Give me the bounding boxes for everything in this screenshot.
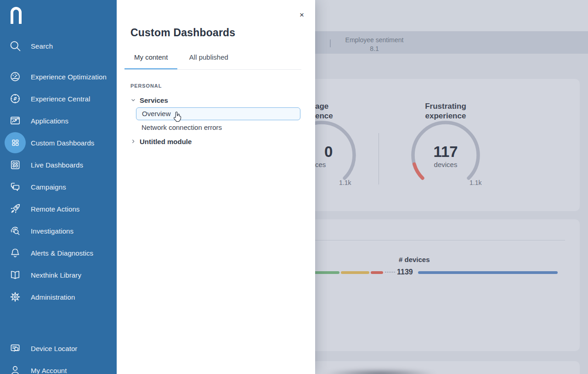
rocket-icon: [9, 203, 21, 215]
chevron-right-icon: [130, 139, 136, 144]
sidebar-item-label: My Account: [31, 367, 67, 374]
gauge-right-value: 117: [400, 143, 492, 161]
sidebar-item-label: Device Locator: [31, 345, 77, 352]
chevron-down-icon: [130, 97, 136, 103]
compass-icon: [9, 93, 21, 105]
gauge-right-title-line1: Frustrating: [400, 101, 492, 111]
tree-module-untitled[interactable]: Untitled module: [130, 136, 192, 147]
gauge-left-title-line1: age: [315, 101, 328, 111]
gauge-left-unit: ces: [315, 161, 326, 168]
person-icon: [9, 364, 21, 374]
panel-title: Custom Dashboards: [130, 27, 235, 39]
gauge-icon: [9, 71, 21, 83]
gauge-left-scale-max: 1.1k: [339, 179, 351, 186]
pointer-hand-cursor: [173, 111, 182, 122]
tree-item-network-connection-errors[interactable]: Network connection errors: [141, 122, 222, 133]
devices-bar: [418, 271, 558, 274]
gauge-left-value: 0: [324, 143, 333, 161]
sidebar-item-label: Remote Actions: [31, 205, 79, 213]
panel-tabs: My content All published: [124, 52, 238, 70]
live-dashboards-icon: [9, 159, 21, 171]
sidebar-item-label: Custom Dashboards: [31, 139, 94, 147]
gauge-section-divider: [379, 133, 379, 184]
bell-icon: [9, 247, 21, 259]
tree-module-label: Untitled module: [140, 138, 192, 145]
sidebar-item-search[interactable]: Search: [0, 35, 117, 56]
sidebar-item-label: Alerts & Diagnostics: [31, 249, 93, 257]
sidebar-item-label: Applications: [31, 117, 68, 125]
sidebar-item-experience-optimization[interactable]: Experience Optimization: [0, 66, 117, 87]
sidebar-item-label: Campaigns: [31, 183, 66, 191]
tab-all-published[interactable]: All published: [180, 52, 238, 70]
devices-column-header: # devices: [399, 256, 430, 263]
app-window: Employee sentiment 8.1 age ence 0 ces 1.…: [0, 0, 588, 374]
employee-sentiment-label: Employee sentiment: [319, 36, 430, 44]
custom-dashboards-drawer: × Custom Dashboards My content All publi…: [117, 0, 315, 374]
gauge-right-unit: devices: [400, 161, 492, 168]
segment-bar-red: [371, 271, 383, 274]
sidebar-item-nexthink-library[interactable]: Nexthink Library: [0, 264, 117, 285]
devices-card-divider: [300, 240, 565, 240]
section-label-personal: PERSONAL: [130, 83, 162, 89]
tabs-divider: [124, 69, 301, 70]
nexthink-logo[interactable]: [10, 6, 23, 25]
speech-bubbles-icon: [9, 181, 21, 193]
devices-card: [291, 219, 580, 351]
tree-item-label: Overview: [142, 108, 171, 120]
bottom-shadow: [322, 368, 437, 374]
tree-module-services[interactable]: Services: [130, 95, 168, 106]
sidebar-item-remote-actions[interactable]: Remote Actions: [0, 198, 117, 219]
segment-bar-dotted-leader: [385, 272, 395, 273]
device-search-icon: [9, 342, 21, 354]
tab-my-content[interactable]: My content: [124, 52, 177, 70]
sidebar-item-device-locator[interactable]: Device Locator: [0, 338, 117, 359]
custom-dashboards-icon: [9, 137, 21, 149]
gear-icon: [9, 291, 21, 303]
sidebar-item-label: Search: [31, 42, 53, 50]
sidebar-item-my-account[interactable]: My Account: [0, 360, 117, 374]
tree-item-overview[interactable]: Overview: [136, 107, 300, 120]
sidebar-item-label: Live Dashboards: [31, 161, 83, 169]
sidebar-item-label: Investigations: [31, 227, 74, 235]
sidebar-item-investigations[interactable]: Investigations: [0, 220, 117, 241]
sidebar-item-label: Nexthink Library: [31, 271, 81, 279]
sidebar-item-applications[interactable]: Applications: [0, 110, 117, 131]
sidebar-item-custom-dashboards[interactable]: Custom Dashboards: [0, 132, 117, 153]
close-icon[interactable]: ×: [297, 10, 307, 20]
tree-module-label: Services: [140, 96, 168, 104]
sidebar-item-label: Administration: [31, 293, 75, 301]
main-sidebar: Search Experience Optimization Experienc…: [0, 0, 117, 374]
sidebar-item-administration[interactable]: Administration: [0, 286, 117, 307]
segment-bar-yellow: [341, 271, 369, 274]
fingerprint-search-icon: [9, 225, 21, 237]
app-window-chart-icon: [9, 115, 21, 127]
open-book-icon: [9, 269, 21, 281]
sidebar-item-live-dashboards[interactable]: Live Dashboards: [0, 154, 117, 175]
sidebar-item-label: Experience Central: [31, 95, 90, 103]
sidebar-item-alerts-diagnostics[interactable]: Alerts & Diagnostics: [0, 242, 117, 263]
devices-row-value: 1139: [397, 268, 413, 276]
sidebar-item-experience-central[interactable]: Experience Central: [0, 88, 117, 109]
gauge-right-scale-max: 1.1k: [469, 179, 481, 186]
sidebar-item-label: Experience Optimization: [31, 73, 107, 81]
gauge-right-title-line2: experience: [400, 111, 492, 121]
sidebar-item-campaigns[interactable]: Campaigns: [0, 176, 117, 197]
search-icon: [9, 39, 22, 52]
gauge-left-title-line2: ence: [315, 111, 333, 121]
employee-sentiment-value: 8.1: [319, 45, 430, 52]
